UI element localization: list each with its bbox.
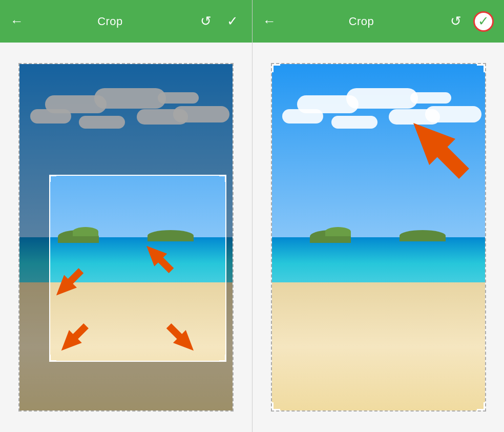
right-dashed-frame	[271, 63, 486, 412]
left-title: Crop	[97, 15, 123, 28]
left-dashed-frame	[18, 63, 234, 412]
right-corner-tr	[477, 64, 485, 72]
right-island3	[400, 230, 446, 241]
right-topbar: ← Crop ↺ ✓	[253, 0, 504, 43]
left-panel: ← Crop ↺ ✓	[0, 0, 252, 432]
right-corner-br	[477, 402, 485, 410]
left-beach-scene	[19, 64, 233, 410]
left-reset-button[interactable]: ↺	[197, 12, 215, 31]
crop-corner-br[interactable]	[219, 355, 226, 362]
right-corner-tl	[272, 64, 280, 72]
crop-corner-tr[interactable]	[219, 175, 226, 182]
right-island2	[325, 227, 351, 236]
crop-overlay-right	[226, 175, 233, 362]
right-beach-scene	[272, 64, 485, 410]
right-panel: ← Crop ↺ ✓	[252, 0, 504, 432]
left-topbar-icons: ↺ ✓	[197, 12, 242, 31]
left-back-button[interactable]: ←	[10, 13, 24, 29]
right-sea	[272, 237, 485, 289]
crop-corner-bl[interactable]	[49, 355, 56, 362]
left-content	[0, 43, 252, 432]
crop-overlay-bottom	[19, 362, 233, 410]
right-content	[253, 43, 504, 432]
right-reset-button[interactable]: ↺	[447, 12, 465, 31]
crop-overlay-left	[19, 175, 49, 362]
left-topbar: ← Crop ↺ ✓	[0, 0, 252, 43]
crop-overlay-top	[19, 64, 233, 175]
right-sand	[272, 282, 485, 410]
right-confirm-button[interactable]: ✓	[473, 11, 494, 32]
crop-box[interactable]	[49, 175, 226, 362]
confirm-arrow	[372, 81, 474, 184]
right-back-button[interactable]: ←	[263, 13, 276, 29]
right-title: Crop	[349, 15, 374, 28]
right-topbar-icons: ↺ ✓	[447, 11, 494, 32]
left-confirm-button[interactable]: ✓	[223, 12, 242, 31]
svg-marker-4	[400, 110, 474, 183]
crop-corner-tl[interactable]	[49, 175, 56, 182]
right-corner-bl	[272, 402, 280, 410]
